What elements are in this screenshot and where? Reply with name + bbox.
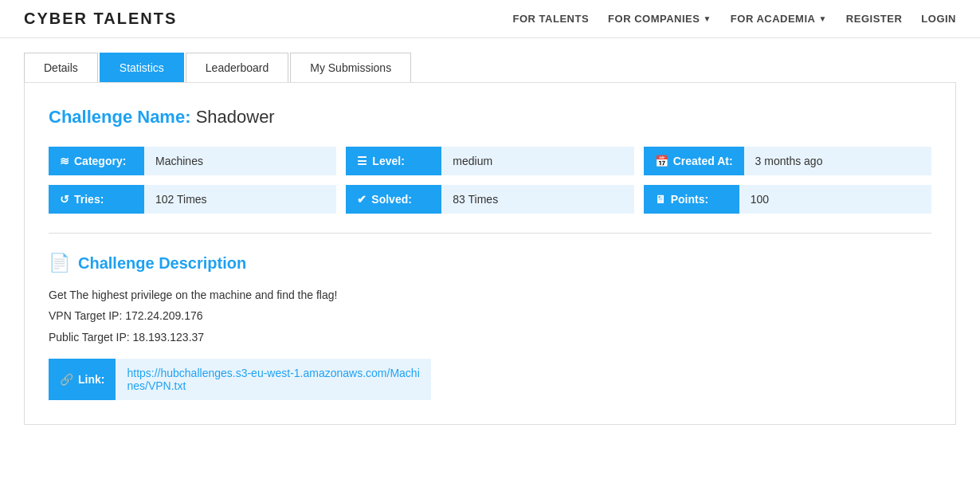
created-at-label: 📅 Created At: <box>644 147 744 175</box>
level-label: ☰ Level: <box>346 147 441 175</box>
description-line-2: VPN Target IP: 172.24.209.176 <box>49 307 931 324</box>
companies-dropdown-arrow: ▼ <box>703 14 711 23</box>
tab-leaderboard[interactable]: Leaderboard <box>186 53 288 82</box>
challenge-name-value: Shadower <box>196 107 275 127</box>
tab-statistics[interactable]: Statistics <box>100 53 184 82</box>
tries-icon: ↺ <box>60 193 69 206</box>
points-value: 100 <box>739 185 931 214</box>
link-icon: 🔗 <box>60 373 73 386</box>
category-label: ≋ Category: <box>49 147 144 175</box>
level-value: medium <box>441 147 633 175</box>
challenge-name-label: Challenge Name: <box>49 107 191 127</box>
nav-login[interactable]: LOGIN <box>921 13 956 25</box>
challenge-name-heading: Challenge Name: Shadower <box>49 107 931 128</box>
calendar-icon: 📅 <box>655 155 668 167</box>
solved-label: ✔ Solved: <box>346 185 441 214</box>
tabs-bar: Details Statistics Leaderboard My Submis… <box>0 53 980 82</box>
tries-row: ↺ Tries: 102 Times <box>49 185 336 214</box>
points-icon: 🖥 <box>655 193 666 206</box>
points-label: 🖥 Points: <box>644 185 739 214</box>
info-grid: ≋ Category: Machines ☰ Level: medium 📅 C… <box>49 147 931 214</box>
tries-label: ↺ Tries: <box>49 185 144 214</box>
created-at-row: 📅 Created At: 3 months ago <box>644 147 931 175</box>
section-divider <box>49 233 931 234</box>
solved-row: ✔ Solved: 83 Times <box>346 185 633 214</box>
link-value[interactable]: https://hubchallenges.s3-eu-west-1.amazo… <box>116 359 431 400</box>
nav-for-companies[interactable]: FOR COMPANIES ▼ <box>608 13 711 25</box>
brand-logo: CYBER TALENTS <box>24 10 177 28</box>
nav-for-talents[interactable]: FOR TALENTS <box>513 13 590 25</box>
category-row: ≋ Category: Machines <box>49 147 336 175</box>
points-row: 🖥 Points: 100 <box>644 185 931 214</box>
solved-value: 83 Times <box>441 185 633 214</box>
category-value: Machines <box>144 147 336 175</box>
nav-for-academia[interactable]: FOR ACADEMIA ▼ <box>731 13 827 25</box>
tries-value: 102 Times <box>144 185 336 214</box>
description-title: 📄 Challenge Description <box>49 253 931 273</box>
created-at-value: 3 months ago <box>744 147 931 175</box>
level-icon: ☰ <box>357 155 367 167</box>
description-icon: 📄 <box>49 253 70 273</box>
tab-details[interactable]: Details <box>24 53 98 82</box>
link-box: 🔗 Link: https://hubchallenges.s3-eu-west… <box>49 359 431 400</box>
description-line-1: Get The highest privilege on the machine… <box>49 286 931 304</box>
navbar: CYBER TALENTS FOR TALENTS FOR COMPANIES … <box>0 0 980 38</box>
level-row: ☰ Level: medium <box>346 147 633 175</box>
category-icon: ≋ <box>60 155 69 167</box>
description-line-3: Public Target IP: 18.193.123.37 <box>49 328 931 346</box>
solved-icon: ✔ <box>357 193 367 206</box>
content-area: Challenge Name: Shadower ≋ Category: Mac… <box>24 82 956 425</box>
link-label: 🔗 Link: <box>49 359 116 400</box>
academia-dropdown-arrow: ▼ <box>818 14 826 23</box>
nav-links: FOR TALENTS FOR COMPANIES ▼ FOR ACADEMIA… <box>513 13 956 25</box>
nav-register[interactable]: REGISTER <box>846 13 902 25</box>
tab-my-submissions[interactable]: My Submissions <box>290 53 411 82</box>
